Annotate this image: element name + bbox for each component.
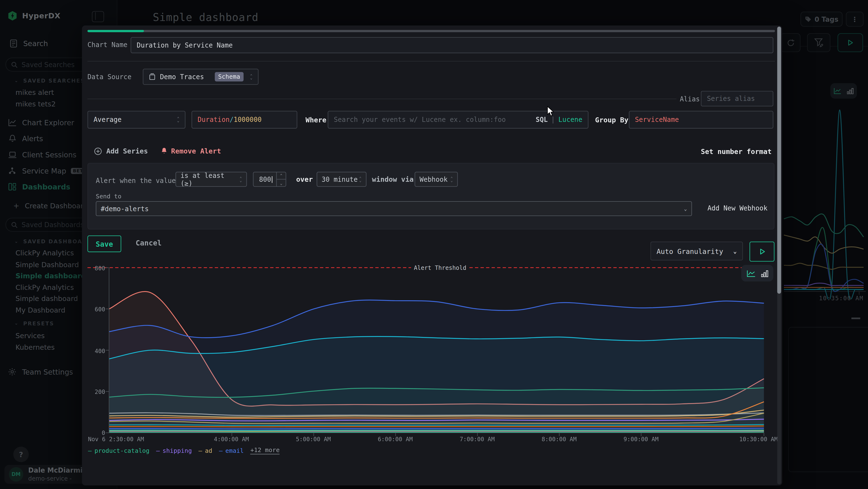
- line-chart-icon: [746, 269, 755, 277]
- preview-chart[interactable]: [82, 264, 777, 447]
- send-to-label: Send to: [96, 193, 121, 200]
- chart-legend: —product-catalog —shipping —ad —email +1…: [88, 447, 280, 455]
- mouse-cursor: [547, 106, 555, 117]
- alias-label: Alias: [680, 95, 700, 103]
- legend-swatch: —: [88, 447, 92, 454]
- chevron-updown-icon: ⌃⌄: [250, 75, 252, 79]
- x-axis-tick: 9:00:00 AM: [623, 436, 658, 442]
- alert-channel-select[interactable]: Webhook ⌃⌄: [415, 172, 458, 187]
- granularity-slider-track[interactable]: [88, 30, 775, 32]
- data-source-select[interactable]: Demo Traces Schema ⌃⌄: [143, 69, 258, 85]
- bar-chart-icon: [761, 269, 768, 277]
- set-number-format-button[interactable]: Set number format: [701, 147, 772, 156]
- x-axis-tick: Nov 6 2:30:00 AM: [88, 436, 144, 442]
- y-axis-tick: 400: [89, 348, 105, 354]
- database-icon: [149, 73, 156, 80]
- add-new-webhook-button[interactable]: Add New Webhook: [707, 204, 768, 212]
- chevron-down-icon: ⌄: [733, 248, 737, 255]
- play-icon: [759, 248, 766, 255]
- legend-item[interactable]: —ad: [198, 447, 212, 454]
- text-caret: [272, 176, 272, 183]
- modal-scrollbar-thumb[interactable]: [777, 27, 781, 294]
- legend-more-button[interactable]: +12 more: [250, 447, 280, 455]
- alert-window-select[interactable]: 30 minute ⌃⌄: [317, 172, 367, 187]
- chevron-updown-icon: ⌃⌄: [451, 177, 453, 181]
- x-axis-tick: 7:00:00 AM: [460, 436, 495, 442]
- chart-name-input[interactable]: Duration by Service Name: [131, 37, 774, 53]
- chevron-down-icon: ⌄: [684, 206, 687, 211]
- schema-badge: Schema: [215, 72, 244, 81]
- alert-condition-select[interactable]: is at least (≥) ⌃⌄: [176, 172, 247, 187]
- granularity-slider-fill: [88, 30, 144, 32]
- y-axis-tick: 800: [89, 265, 105, 271]
- chevron-updown-icon: ⌃⌄: [177, 118, 179, 122]
- alert-threshold-label: Alert Threshold: [411, 264, 469, 271]
- app-root: HyperDX Search Saved Searches ⌄ SAVED SE…: [0, 0, 868, 489]
- legend-swatch: —: [198, 447, 202, 454]
- language-toggle[interactable]: SQL | Lucene: [536, 116, 583, 123]
- expression-input[interactable]: Duration/1000000: [191, 111, 297, 128]
- window-via-label: window via: [372, 175, 414, 183]
- over-label: over: [296, 175, 313, 183]
- y-axis-tick: 0: [89, 429, 105, 436]
- bell-icon: [161, 147, 167, 155]
- group-by-label: Group By: [595, 116, 628, 124]
- stepper-up-icon[interactable]: ⌃: [277, 172, 286, 179]
- modal-scrollbar[interactable]: [777, 27, 781, 484]
- chevron-updown-icon: ⌃⌄: [359, 177, 362, 181]
- x-axis-tick: 4:00:00 AM: [214, 436, 249, 442]
- alert-prefix-label: Alert when the value: [96, 177, 176, 184]
- alert-threshold-input[interactable]: 800 ⌃ ⌄: [253, 172, 286, 187]
- remove-alert-button[interactable]: Remove Alert: [161, 147, 221, 155]
- stepper-down-icon[interactable]: ⌄: [277, 179, 286, 187]
- chevron-updown-icon: ⌃⌄: [240, 177, 242, 181]
- edit-chart-modal: Chart Name Duration by Service Name Data…: [82, 26, 782, 486]
- legend-swatch: —: [219, 447, 222, 454]
- x-axis-tick: 10:30:00 AM: [739, 436, 778, 442]
- legend-item[interactable]: —product-catalog: [88, 447, 150, 454]
- where-placeholder: Search your events w/ Lucene ex. column:…: [334, 116, 506, 123]
- group-by-input[interactable]: ServiceName: [629, 111, 773, 128]
- run-chart-button[interactable]: [750, 241, 774, 262]
- alert-config-panel: Alert when the value is at least (≥) ⌃⌄ …: [88, 163, 774, 230]
- y-axis-tick: 200: [89, 389, 105, 395]
- series-alias-input[interactable]: Series alias: [701, 91, 774, 107]
- plus-circle-icon: [94, 147, 102, 155]
- webhook-select[interactable]: #demo-alerts ⌄: [96, 201, 692, 216]
- where-label: Where: [306, 116, 326, 124]
- number-stepper[interactable]: ⌃ ⌄: [276, 172, 286, 187]
- lucene-toggle[interactable]: Lucene: [558, 116, 583, 123]
- x-axis-tick: 5:00:00 AM: [296, 436, 331, 442]
- x-axis-tick: 8:00:00 AM: [541, 436, 577, 442]
- legend-item[interactable]: —shipping: [156, 447, 192, 454]
- sql-toggle[interactable]: SQL: [536, 116, 548, 123]
- save-button[interactable]: Save: [88, 236, 121, 252]
- chart-name-label: Chart Name: [88, 41, 128, 49]
- legend-swatch: —: [156, 447, 160, 454]
- legend-item[interactable]: —email: [219, 447, 244, 454]
- granularity-select[interactable]: Auto Granularity ⌄: [651, 241, 743, 260]
- chart-type-toggle[interactable]: [741, 265, 773, 282]
- cancel-button[interactable]: Cancel: [136, 239, 162, 247]
- y-axis-tick: 600: [89, 306, 105, 313]
- aggregation-select[interactable]: Average ⌃⌄: [88, 111, 185, 128]
- add-series-button[interactable]: Add Series: [94, 147, 148, 155]
- data-source-label: Data Source: [88, 73, 131, 81]
- x-axis-tick: 6:00:00 AM: [378, 436, 413, 442]
